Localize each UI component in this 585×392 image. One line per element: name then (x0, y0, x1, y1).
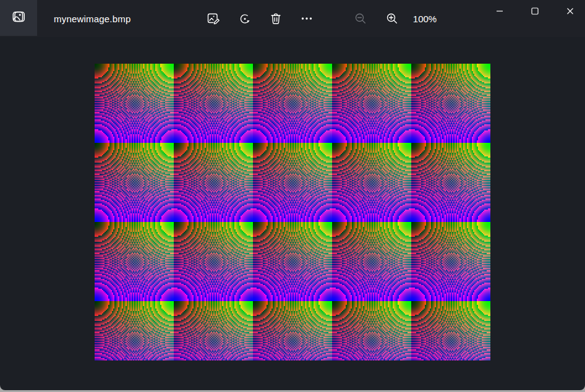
photos-app-window: mynewimage.bmp (0, 0, 585, 390)
more-options-icon (299, 11, 314, 26)
zoom-out-button[interactable] (348, 6, 373, 31)
edit-image-button[interactable] (201, 6, 226, 31)
zoom-level-label: 100% (403, 0, 446, 37)
edit-image-icon (206, 11, 221, 26)
more-options-button[interactable] (294, 6, 319, 31)
app-tab[interactable] (0, 0, 37, 36)
titlebar: mynewimage.bmp (0, 0, 585, 37)
image-filename: mynewimage.bmp (54, 0, 131, 37)
rotate-icon (237, 11, 252, 26)
close-icon (564, 5, 576, 19)
zoom-out-icon (353, 11, 368, 26)
minimize-button[interactable] (485, 0, 514, 23)
rotate-button[interactable] (233, 6, 257, 31)
image-viewer-canvas-area (0, 37, 585, 390)
delete-button[interactable] (263, 6, 288, 31)
delete-icon (268, 11, 283, 26)
close-button[interactable] (556, 0, 584, 23)
maximize-button[interactable] (521, 0, 549, 23)
minimize-icon (493, 5, 506, 19)
viewer-image[interactable] (95, 64, 490, 360)
zoom-in-button[interactable] (380, 6, 404, 31)
zoom-in-icon (385, 11, 399, 26)
maximize-icon (529, 5, 541, 19)
photos-app-icon (11, 9, 27, 27)
